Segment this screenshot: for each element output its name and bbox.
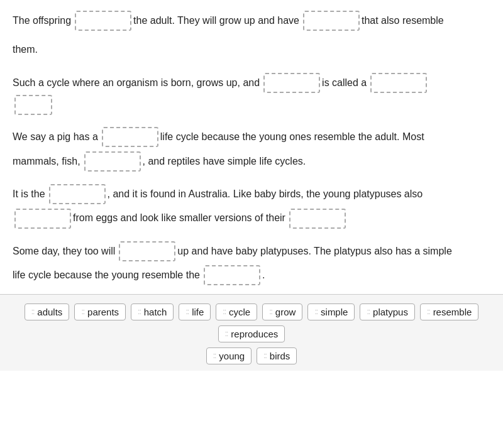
text-resemble: that also resemble — [362, 9, 444, 33]
word-label-cycle: cycle — [229, 307, 250, 317]
text-cycle-intro: Such a cycle where an organism is born, … — [13, 71, 260, 95]
blank-11[interactable] — [119, 241, 175, 261]
blank-10[interactable] — [289, 209, 346, 229]
text-pig: We say a pig has a — [13, 125, 98, 149]
word-hatch[interactable]: :: hatch — [131, 303, 174, 320]
paragraph-6: from eggs and look like smaller versions… — [13, 206, 490, 230]
drag-handle-life: :: — [185, 307, 189, 316]
drag-handle-young: :: — [213, 351, 216, 360]
text-them: them. — [13, 38, 38, 62]
text-lifecycle2: life cycle because the young resemble th… — [13, 263, 200, 287]
word-label-life: life — [192, 307, 204, 317]
word-grow[interactable]: :: grow — [262, 303, 302, 320]
text-period: . — [262, 263, 265, 287]
word-label-hatch: hatch — [144, 307, 167, 317]
text-itis: It is the — [13, 182, 45, 206]
text-grow-up: up and have baby platypuses. The platypu… — [177, 239, 451, 263]
word-label-reproduces: reproduces — [231, 329, 278, 339]
word-young[interactable]: :: young — [206, 347, 252, 364]
word-simple[interactable]: :: simple — [307, 303, 355, 320]
word-resemble[interactable]: :: resemble — [420, 303, 478, 320]
word-adults[interactable]: :: adults — [25, 303, 70, 320]
blank-6[interactable] — [102, 127, 158, 147]
drag-handle-hatch: :: — [138, 307, 141, 316]
text-offspring: The offspring — [13, 9, 71, 33]
paragraph-7: Some day, they too will up and have baby… — [13, 239, 490, 263]
text-adult: the adult. They will grow up and have — [133, 9, 299, 33]
text-someday: Some day, they too will — [13, 239, 115, 263]
drag-handle-cycle: :: — [223, 307, 226, 316]
blank-3[interactable] — [263, 73, 320, 93]
blank-1[interactable] — [75, 11, 131, 31]
word-parents[interactable]: :: parents — [74, 303, 126, 320]
blank-9[interactable] — [14, 209, 71, 229]
word-label-simple: simple — [321, 307, 348, 317]
drag-handle-parents: :: — [81, 307, 84, 316]
paragraph-2b — [13, 95, 490, 115]
text-called: is called a — [322, 71, 367, 95]
paragraph-5: It is the , and it is found in Australia… — [13, 182, 490, 206]
word-label-adults: adults — [37, 307, 62, 317]
word-label-young: young — [219, 351, 245, 361]
text-lifecycle: life cycle because the young ones resemb… — [160, 125, 424, 149]
word-birds[interactable]: :: birds — [257, 347, 297, 364]
word-reproduces[interactable]: :: reproduces — [218, 325, 285, 342]
drag-handle-platypus: :: — [367, 307, 370, 316]
drag-handle-grow: :: — [269, 307, 272, 316]
drag-handle-reproduces: :: — [225, 329, 228, 338]
text-eggs: from eggs and look like smaller versions… — [73, 206, 285, 230]
paragraph-2: Such a cycle where an organism is born, … — [13, 71, 490, 95]
word-cycle[interactable]: :: cycle — [216, 303, 257, 320]
text-mammals: mammals, fish, — [13, 150, 80, 173]
text-australia: , and it is found in Australia. Like bab… — [108, 182, 423, 206]
word-label-grow: grow — [275, 307, 296, 317]
word-label-resemble: resemble — [433, 307, 472, 317]
paragraph-8: life cycle because the young resemble th… — [13, 263, 490, 287]
drag-handle-resemble: :: — [427, 307, 430, 316]
drag-handle-adults: :: — [31, 307, 35, 316]
paragraph-3: We say a pig has a life cycle because th… — [13, 125, 490, 149]
word-platypus[interactable]: :: platypus — [360, 303, 415, 320]
content-area: The offspring the adult. They will grow … — [0, 0, 503, 288]
blank-2[interactable] — [303, 11, 360, 31]
paragraph-4: mammals, fish, , and reptiles have simpl… — [13, 150, 490, 173]
blank-4[interactable] — [370, 73, 427, 93]
drag-handle-simple: :: — [314, 307, 318, 316]
drag-handle-birds: :: — [263, 351, 267, 360]
paragraph-1b: them. — [13, 38, 490, 62]
blank-7[interactable] — [84, 151, 141, 172]
paragraph-1: The offspring the adult. They will grow … — [13, 9, 490, 33]
blank-12[interactable] — [204, 265, 260, 285]
word-label-platypus: platypus — [373, 307, 408, 317]
word-life[interactable]: :: life — [179, 303, 211, 320]
word-bank: :: adults :: parents :: hatch :: life ::… — [0, 294, 503, 371]
word-label-birds: birds — [270, 351, 290, 361]
text-reptiles: , and reptiles have simple life cycles. — [143, 150, 306, 173]
blank-8[interactable] — [49, 184, 106, 204]
word-label-parents: parents — [87, 307, 119, 317]
blank-5[interactable] — [14, 95, 52, 115]
